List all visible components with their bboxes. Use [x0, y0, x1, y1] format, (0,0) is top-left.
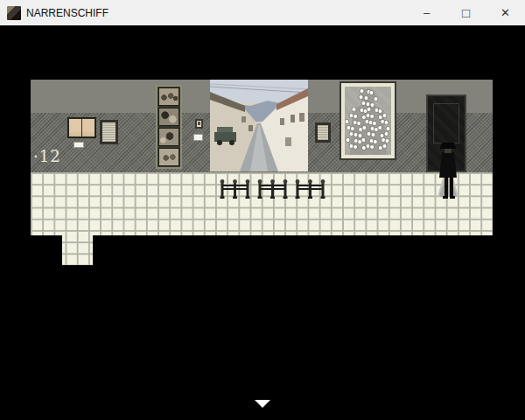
- room-number: ·12: [33, 147, 61, 165]
- minimize-button[interactable]: –: [407, 0, 446, 25]
- maximize-button[interactable]: □: [446, 0, 486, 25]
- street-photo-image: [210, 80, 308, 172]
- chevron-down-icon[interactable]: [255, 400, 270, 408]
- close-button[interactable]: ✕: [486, 0, 525, 25]
- visitor-sprite: [435, 142, 461, 200]
- exhibit-miniature-plaque[interactable]: [195, 119, 203, 129]
- photo-1: [158, 88, 179, 106]
- game-viewport[interactable]: ·12: [0, 25, 525, 420]
- window-controls: – □ ✕: [407, 0, 525, 25]
- stanchion-icon: [219, 179, 251, 200]
- visitor-figure: [435, 142, 461, 200]
- exhibit-open-book-diptych[interactable]: [67, 117, 96, 138]
- exhibit-street-photo-passage[interactable]: [210, 80, 308, 172]
- exhibit-label: [74, 142, 84, 148]
- stanchion-icon: [256, 179, 289, 200]
- print-frame: [315, 122, 331, 143]
- stanchion-group: [256, 179, 289, 200]
- window-titlebar: NARRENSCHIFF – □ ✕: [0, 0, 525, 25]
- window-title: NARRENSCHIFF: [26, 7, 108, 19]
- photo-2: [158, 108, 179, 126]
- exhibit-dot-figure-painting[interactable]: [340, 81, 396, 160]
- diptych-right-leaf: [82, 119, 94, 136]
- plaque-mark: [198, 122, 200, 125]
- exhibit-photo-column[interactable]: [156, 85, 182, 169]
- stanchion-group: [294, 179, 326, 200]
- exhibit-small-framed-print[interactable]: [315, 122, 331, 143]
- app-icon: [7, 6, 21, 20]
- photo-4: [158, 148, 179, 166]
- diptych-left-leaf: [69, 119, 81, 136]
- dot-figure-image: [345, 87, 391, 155]
- dot-art-canvas: [345, 87, 391, 155]
- stanchion-icon: [294, 179, 326, 200]
- exhibit-label: [193, 134, 203, 141]
- tiled-floor-extension: [62, 235, 93, 265]
- etching-frame: [100, 120, 118, 144]
- stanchion-group: [219, 179, 251, 200]
- door-panel: [433, 103, 459, 144]
- photo-3: [158, 128, 179, 146]
- exhibit-framed-etching[interactable]: [100, 120, 118, 144]
